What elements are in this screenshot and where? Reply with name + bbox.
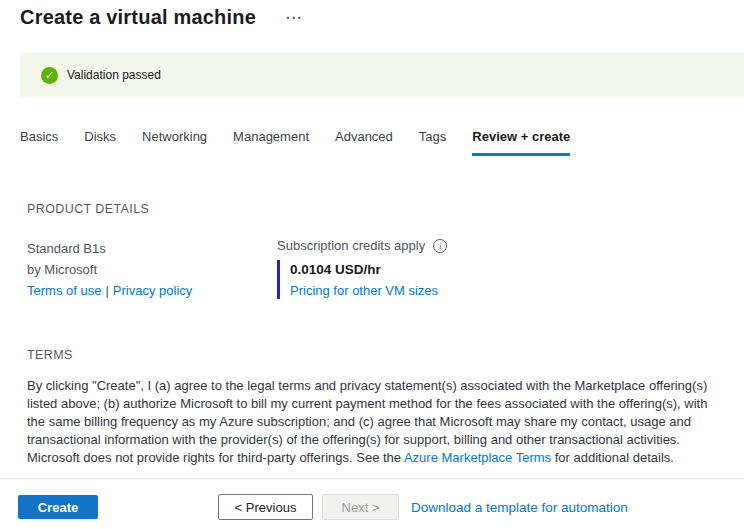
tab-review-create[interactable]: Review + create <box>472 129 570 156</box>
more-options-icon[interactable]: ··· <box>286 6 303 30</box>
pricing-other-sizes-link[interactable]: Pricing for other VM sizes <box>290 283 438 298</box>
create-vm-page: Create a virtual machine ··· ✓ Validatio… <box>0 0 744 529</box>
previous-button[interactable]: < Previous <box>218 494 313 520</box>
tab-advanced[interactable]: Advanced <box>335 129 393 156</box>
footer-bar: Create < Previous Next > Download a temp… <box>0 479 744 520</box>
download-template-link[interactable]: Download a template for automation <box>411 500 628 515</box>
product-legal-links: Terms of use|Privacy policy <box>27 280 277 301</box>
pricing-info: Subscription credits apply i 0.0104 USD/… <box>277 238 447 301</box>
credits-label: Subscription credits apply <box>277 238 425 253</box>
product-details-row: Standard B1s by Microsoft Terms of use|P… <box>27 238 724 301</box>
product-details-section: PRODUCT DETAILS Standard B1s by Microsof… <box>27 202 724 301</box>
terms-text-after: for additional details. <box>551 450 674 465</box>
info-icon[interactable]: i <box>433 239 447 253</box>
privacy-policy-link[interactable]: Privacy policy <box>113 283 192 298</box>
product-name: Standard B1s <box>27 238 277 259</box>
create-button[interactable]: Create <box>18 495 98 519</box>
tab-bar: BasicsDisksNetworkingManagementAdvancedT… <box>20 129 744 156</box>
next-button: Next > <box>322 494 399 520</box>
tab-tags[interactable]: Tags <box>419 129 446 156</box>
product-details-heading: PRODUCT DETAILS <box>27 202 724 216</box>
check-circle-icon: ✓ <box>41 67 58 84</box>
terms-section: TERMS By clicking "Create", I (a) agree … <box>27 348 724 467</box>
azure-marketplace-terms-link[interactable]: Azure Marketplace Terms <box>404 450 551 465</box>
tab-networking[interactable]: Networking <box>142 129 207 156</box>
price-value: 0.0104 USD/hr <box>290 260 447 280</box>
validation-banner: ✓ Validation passed <box>20 53 744 97</box>
validation-message: Validation passed <box>67 68 161 82</box>
price-block: 0.0104 USD/hr Pricing for other VM sizes <box>277 260 447 299</box>
terms-heading: TERMS <box>27 348 724 362</box>
page-title: Create a virtual machine <box>20 6 256 29</box>
tab-management[interactable]: Management <box>233 129 309 156</box>
tab-disks[interactable]: Disks <box>84 129 116 156</box>
tab-basics[interactable]: Basics <box>20 129 58 156</box>
product-publisher: by Microsoft <box>27 259 277 280</box>
subscription-credits: Subscription credits apply i <box>277 238 447 253</box>
page-header: Create a virtual machine ··· <box>0 0 744 30</box>
terms-of-use-link[interactable]: Terms of use <box>27 283 101 298</box>
product-info: Standard B1s by Microsoft Terms of use|P… <box>27 238 277 301</box>
link-separator: | <box>105 283 108 298</box>
terms-paragraph: By clicking "Create", I (a) agree to the… <box>27 377 727 467</box>
